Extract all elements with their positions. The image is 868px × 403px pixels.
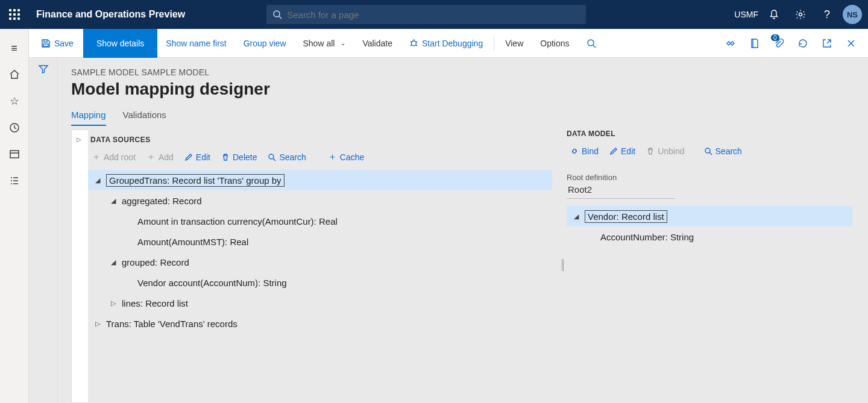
expander-icon[interactable]: ▷: [108, 299, 118, 307]
show-all-label: Show all: [303, 39, 335, 48]
unbind-label: Unbind: [658, 146, 684, 156]
filter-icon: [38, 64, 49, 75]
svg-line-15: [410, 42, 412, 42]
tree-node-lines[interactable]: ▷ lines: Record list: [88, 293, 552, 313]
home-icon: [9, 69, 20, 80]
expander-icon[interactable]: ◢: [108, 258, 118, 266]
expander-icon[interactable]: ◢: [93, 177, 102, 184]
save-button[interactable]: Save: [29, 29, 83, 58]
app-title: Finance and Operations Preview: [36, 9, 185, 20]
filter-button[interactable]: [38, 64, 49, 403]
tree-node-grouped[interactable]: ◢ grouped: Record: [88, 252, 552, 272]
tree-node-amountcur[interactable]: · Amount in transaction currency(AmountC…: [88, 211, 552, 231]
dm-edit-button[interactable]: Edit: [607, 145, 638, 157]
settings-button[interactable]: [787, 0, 814, 29]
company-picker[interactable]: USMF: [734, 10, 758, 19]
tab-mapping[interactable]: Mapping: [71, 110, 106, 126]
close-icon: [847, 39, 855, 48]
pencil-icon: [184, 153, 193, 161]
splitter-handle[interactable]: [562, 259, 564, 271]
clock-icon: [9, 122, 20, 133]
question-icon: ?: [824, 8, 830, 21]
edit-button[interactable]: Edit: [182, 151, 213, 163]
node-label: grouped: Record: [122, 257, 189, 267]
show-name-first-button[interactable]: Show name first: [157, 29, 234, 58]
tree-node-trans[interactable]: ▷ Trans: Table 'VendTrans' records: [88, 313, 552, 334]
popout-icon: [822, 39, 832, 48]
global-search[interactable]: [266, 5, 586, 24]
svg-point-19: [588, 40, 594, 46]
show-details-button[interactable]: Show details: [83, 29, 157, 58]
expander-icon[interactable]: ◢: [108, 197, 118, 205]
close-button[interactable]: [839, 29, 863, 58]
node-label: Trans: Table 'VendTrans' records: [106, 319, 237, 329]
svg-point-25: [269, 154, 274, 159]
action-pane: Save Show details Show name first Group …: [29, 29, 868, 58]
tree-node-amountmst[interactable]: · Amount(AmountMST): Real: [88, 231, 552, 252]
ds-search-button[interactable]: Search: [265, 151, 308, 163]
svg-line-16: [416, 42, 417, 42]
node-label: lines: Record list: [122, 298, 188, 308]
tree-node-accountnumber[interactable]: · AccountNumber: String: [567, 226, 852, 247]
tab-validations[interactable]: Validations: [123, 110, 166, 126]
nav-workspaces[interactable]: [0, 141, 29, 167]
svg-line-18: [416, 45, 417, 46]
dm-search-button[interactable]: Search: [702, 145, 744, 157]
node-label: Amount(AmountMST): Real: [137, 237, 248, 247]
tree-node-groupedtrans[interactable]: ◢ GroupedTrans: Record list 'Trans' grou…: [88, 170, 552, 190]
svg-point-27: [705, 148, 710, 153]
nav-recent[interactable]: [0, 114, 29, 141]
popout-button[interactable]: [815, 29, 839, 58]
app-launcher[interactable]: [0, 0, 29, 29]
validate-button[interactable]: Validate: [354, 29, 401, 58]
root-definition-value[interactable]: Root2: [567, 182, 675, 199]
nav-home[interactable]: [0, 61, 29, 88]
show-details-label: Show details: [96, 39, 144, 48]
caret-right-icon: ▷: [77, 136, 81, 143]
add-button[interactable]: ＋Add: [144, 150, 176, 164]
data-model-toolbar: Bind Edit Unbind: [567, 138, 852, 163]
tree-node-vendor[interactable]: ◢ Vendor: Record list: [567, 206, 852, 226]
nav-favorites[interactable]: ☆: [0, 88, 29, 114]
unbind-button[interactable]: Unbind: [644, 145, 687, 157]
refresh-button[interactable]: [791, 29, 815, 58]
office-addins-button[interactable]: [743, 29, 767, 58]
tree-node-aggregated[interactable]: ◢ aggregated: Record: [88, 190, 552, 211]
start-debugging-button[interactable]: Start Debugging: [401, 29, 491, 58]
datasource-types-gutter[interactable]: ▷: [71, 130, 88, 403]
show-name-first-label: Show name first: [166, 39, 226, 48]
options-menu[interactable]: Options: [532, 29, 577, 58]
ds-search-label: Search: [279, 152, 306, 162]
notifications-button[interactable]: [761, 0, 787, 29]
dm-search-label: Search: [715, 146, 742, 156]
help-button[interactable]: ?: [814, 0, 840, 29]
dm-edit-label: Edit: [621, 146, 635, 156]
bind-button[interactable]: Bind: [568, 145, 601, 157]
data-model-tree: ◢ Vendor: Record list · AccountNumber: S…: [567, 206, 852, 247]
action-search-button[interactable]: [578, 29, 605, 58]
add-label: Add: [159, 152, 174, 162]
group-view-label: Group view: [244, 39, 286, 48]
delete-button[interactable]: Delete: [219, 151, 259, 163]
nav-expand[interactable]: ≡: [0, 35, 29, 61]
group-view-button[interactable]: Group view: [235, 29, 295, 58]
user-avatar[interactable]: NS: [843, 5, 862, 24]
hamburger-icon: ≡: [11, 42, 17, 55]
view-menu[interactable]: View: [497, 29, 532, 58]
connector-button[interactable]: [719, 29, 743, 58]
svg-line-22: [827, 40, 831, 43]
plus-icon: ＋: [92, 151, 101, 163]
page-tabs: Mapping Validations: [71, 110, 868, 126]
plus-icon: ＋: [146, 151, 156, 163]
expander-icon[interactable]: ◢: [571, 213, 581, 220]
add-root-button[interactable]: ＋Add root: [89, 150, 138, 164]
tree-node-accountnum[interactable]: · Vendor account(AccountNum): String: [88, 272, 552, 293]
global-search-input[interactable]: [287, 10, 580, 20]
debug-icon: [409, 39, 418, 48]
expander-icon[interactable]: ▷: [93, 320, 102, 328]
cache-button[interactable]: ＋Cache: [326, 150, 366, 164]
nav-modules[interactable]: [0, 167, 29, 194]
attachments-button[interactable]: 0: [767, 29, 791, 58]
show-all-dropdown[interactable]: Show all ⌄: [295, 29, 354, 58]
node-label: AccountNumber: String: [600, 232, 694, 242]
